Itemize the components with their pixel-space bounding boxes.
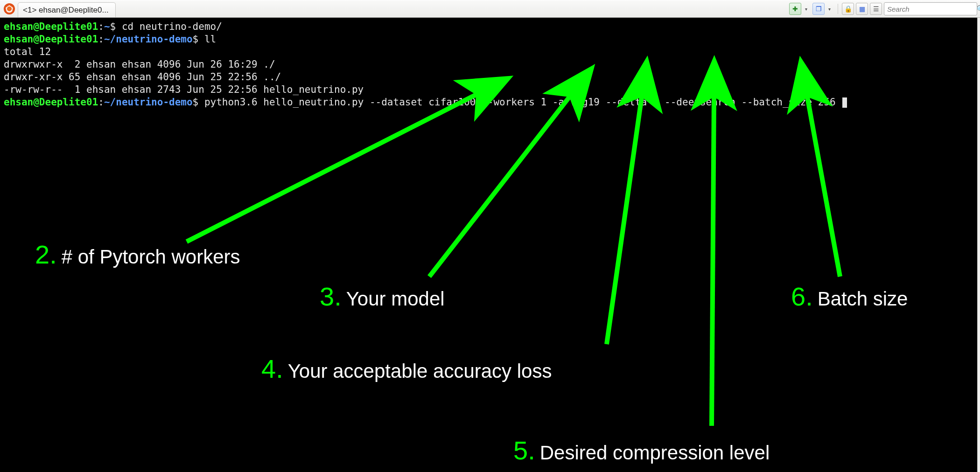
- new-tab-dropdown[interactable]: ▾: [803, 3, 809, 15]
- cmd-ll: ll: [204, 34, 216, 45]
- tab-title: <1> ehsan@Deeplite0...: [23, 6, 109, 15]
- terminal-cursor: [842, 97, 847, 108]
- ls-row: -rw-rw-r-- 1 ehsan ehsan 2743 Jun 25 22:…: [4, 84, 364, 95]
- prompt-cwd: ~/neutrino-demo: [104, 97, 193, 108]
- search-box[interactable]: 🔍: [884, 2, 977, 15]
- titlebar-left: <1> ehsan@Deeplite0...: [0, 0, 116, 17]
- menu-button[interactable]: ☰: [870, 3, 882, 15]
- ls-row: drwxr-xr-x 65 ehsan ehsan 4096 Jun 25 22…: [4, 71, 281, 83]
- search-input[interactable]: [887, 5, 976, 13]
- search-icon[interactable]: 🔍: [976, 5, 980, 14]
- prompt-user-host: ehsan@Deeplite01: [4, 34, 98, 45]
- separator: [838, 4, 838, 14]
- titlebar-right: ✚ ▾ ❐ ▾ 🔒 ▦ ☰ 🔍: [789, 0, 980, 17]
- new-tab-button[interactable]: ✚: [789, 3, 801, 15]
- lock-icon[interactable]: 🔒: [842, 3, 854, 15]
- copy-button[interactable]: ❐: [812, 3, 825, 15]
- prompt-cwd: ~: [104, 21, 110, 32]
- terminal-tab[interactable]: <1> ehsan@Deeplite0...: [18, 2, 116, 17]
- ls-row: drwxrwxr-x 2 ehsan ehsan 4096 Jun 26 16:…: [4, 59, 275, 70]
- right-gutter: [977, 18, 980, 472]
- ubuntu-icon: [4, 3, 15, 14]
- cmd-cd: cd neutrino-demo/: [122, 21, 222, 32]
- prompt-cwd: ~/neutrino-demo: [104, 34, 193, 45]
- cmd-python: python3.6 hello_neutrino.py --dataset ci…: [204, 97, 836, 108]
- terminal-output[interactable]: ehsan@Deeplite01:~$ cd neutrino-demo/ eh…: [0, 18, 977, 472]
- layout-button[interactable]: ▦: [856, 3, 868, 15]
- window-titlebar: <1> ehsan@Deeplite0... ✚ ▾ ❐ ▾ 🔒 ▦ ☰ 🔍: [0, 0, 980, 18]
- ls-total: total 12: [4, 46, 51, 57]
- prompt-user-host: ehsan@Deeplite01: [4, 21, 98, 32]
- copy-dropdown[interactable]: ▾: [826, 3, 832, 15]
- prompt-user-host: ehsan@Deeplite01: [4, 97, 98, 108]
